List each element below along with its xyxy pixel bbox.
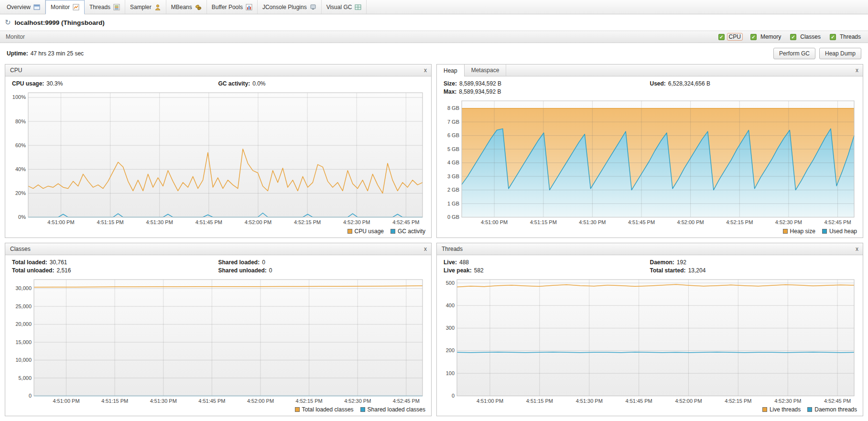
svg-text:4:51:30 PM: 4:51:30 PM [146,219,173,225]
svg-text:20,000: 20,000 [15,321,32,327]
svg-text:4:51:45 PM: 4:51:45 PM [628,219,655,225]
cpu-checkbox-check-icon: ✓ [718,34,725,40]
tab-visual-gc[interactable]: Visual GC [322,0,367,14]
svg-text:100: 100 [446,370,455,376]
overview-window-icon [33,4,40,11]
legend-shared-loaded: Shared loaded classes [360,406,425,413]
cpu-stats: CPU usage:30.3% GC activity:0.0% [5,76,431,88]
classes-legend: Total loaded classes Shared loaded class… [5,405,431,416]
shared-loaded-swatch-icon [360,407,365,412]
stat-heap-empty [650,88,857,95]
checkbox-threads[interactable]: ✓ Threads [830,33,862,40]
monitor-panels-grid: CPU x CPU usage:30.3% GC activity:0.0% 0… [0,64,868,421]
live-threads-swatch-icon [762,407,767,412]
tab-buffer-pools[interactable]: Buffer Pools [207,0,258,14]
svg-text:20%: 20% [15,190,26,196]
svg-text:40%: 40% [15,166,26,172]
used-heap-swatch-icon [822,229,827,234]
cpu-legend: CPU usage GC activity [5,227,431,237]
svg-text:15,000: 15,000 [15,339,32,345]
stat-total-loaded: Total loaded:30,761 [12,259,218,266]
stat-daemon-threads: Daemon:192 [650,259,857,266]
svg-text:5 GB: 5 GB [447,146,459,152]
total-loaded-swatch-icon [295,407,300,412]
checkbox-memory[interactable]: ✓ Memory [750,33,782,40]
connection-titlebar: ↻ localhost:9999 (Thingsboard) [0,14,868,31]
classes-chart-area: 05,00010,00015,00020,00025,00030,0004:51… [5,275,431,406]
threads-panel-close-icon[interactable]: x [851,243,863,255]
stat-shared-loaded: Shared loaded:0 [218,259,425,266]
tab-sampler[interactable]: Sampler [125,0,166,14]
legend-used-heap: Used heap [822,228,857,235]
heap-chart: 0 GB1 GB2 GB3 GB4 GB5 GB6 GB7 GB8 GB4:51… [441,97,859,227]
heap-panel-close-icon[interactable]: x [851,65,863,76]
svg-text:4:51:30 PM: 4:51:30 PM [576,398,603,403]
stat-cpu-usage: CPU usage:30.3% [12,80,218,87]
legend-heap-size: Heap size [783,228,815,235]
svg-text:4:52:15 PM: 4:52:15 PM [725,398,751,403]
tab-mbeans[interactable]: MBeans [166,0,207,14]
svg-text:4:51:00 PM: 4:51:00 PM [47,219,74,225]
perform-gc-button[interactable]: Perform GC [773,48,815,59]
tab-overview[interactable]: Overview [2,0,45,14]
svg-text:4:52:30 PM: 4:52:30 PM [774,398,801,403]
heap-dump-button[interactable]: Heap Dump [819,48,861,59]
sampler-person-icon [154,4,161,11]
svg-text:4:51:15 PM: 4:51:15 PM [530,219,557,225]
svg-text:4:52:30 PM: 4:52:30 PM [343,219,370,225]
checkbox-classes[interactable]: ✓ Classes [790,33,822,40]
svg-text:6 GB: 6 GB [447,132,459,138]
svg-text:0: 0 [29,393,32,399]
tab-monitor[interactable]: Monitor [45,0,85,14]
svg-text:10,000: 10,000 [15,357,32,363]
svg-text:4:52:30 PM: 4:52:30 PM [775,219,802,225]
svg-text:4:51:30 PM: 4:51:30 PM [150,398,177,403]
stat-total-started: Total started:13,204 [650,267,857,274]
checkbox-cpu[interactable]: ✓ CPU [718,33,743,41]
svg-text:400: 400 [446,302,455,308]
threads-list-icon [113,4,120,11]
main-tabbar: Overview Monitor Threads Sampler MBeans … [0,0,868,14]
refresh-icon: ↻ [5,18,11,27]
monitor-chart-icon [73,4,79,11]
uptime-label: Uptime: [7,50,28,57]
page-title: localhost:9999 (Thingsboard) [15,19,105,26]
legend-cpu-usage: CPU usage [347,228,384,235]
threads-panel: Threads x Live:488 Daemon:192 Live peak:… [436,243,863,417]
cpu-usage-swatch-icon [347,229,352,234]
gc-activity-swatch-icon [391,229,395,234]
heap-chart-area: 0 GB1 GB2 GB3 GB4 GB5 GB6 GB7 GB8 GB4:51… [437,96,863,227]
svg-text:0 GB: 0 GB [447,214,459,220]
svg-text:4:52:45 PM: 4:52:45 PM [392,219,419,225]
buffer-pools-chart-icon [246,4,252,11]
uptime-value: 47 hrs 23 min 25 sec [31,50,84,57]
legend-live-threads: Live threads [762,406,801,413]
svg-text:4:51:00 PM: 4:51:00 PM [477,398,503,403]
classes-panel-title: Classes [5,243,35,255]
svg-text:4:52:30 PM: 4:52:30 PM [344,398,371,403]
threads-stats: Live:488 Daemon:192 Live peak:582 Total … [437,255,863,275]
threads-panel-title: Threads [437,243,467,255]
tab-jconsole-plugins[interactable]: JConsole Plugins [258,0,322,14]
svg-text:4:51:15 PM: 4:51:15 PM [101,398,128,403]
classes-panel: Classes x Total loaded:30,761 Shared loa… [5,243,432,417]
threads-chart: 01002003004005004:51:00 PM4:51:15 PM4:51… [441,276,859,406]
classes-checkbox-check-icon: ✓ [790,34,796,40]
threads-checkbox-check-icon: ✓ [830,34,836,40]
stat-live-threads: Live:488 [444,259,650,266]
svg-text:4:51:45 PM: 4:51:45 PM [195,219,222,225]
legend-total-loaded: Total loaded classes [295,406,354,413]
svg-text:4:51:45 PM: 4:51:45 PM [198,398,225,403]
cpu-panel-close-icon[interactable]: x [420,65,431,76]
mbeans-beans-icon [195,4,202,11]
heap-tab[interactable]: Heap [437,65,465,76]
memory-checkbox-check-icon: ✓ [750,34,757,40]
svg-text:3 GB: 3 GB [447,173,459,179]
svg-text:5,000: 5,000 [19,375,32,380]
svg-text:4:52:00 PM: 4:52:00 PM [675,398,702,403]
classes-panel-close-icon[interactable]: x [420,243,431,255]
metaspace-tab[interactable]: Metaspace [465,65,507,76]
cpu-chart-area: 0%20%40%60%80%100%4:51:00 PM4:51:15 PM4:… [5,88,431,227]
svg-text:4:52:45 PM: 4:52:45 PM [824,398,851,403]
tab-threads[interactable]: Threads [85,0,125,14]
